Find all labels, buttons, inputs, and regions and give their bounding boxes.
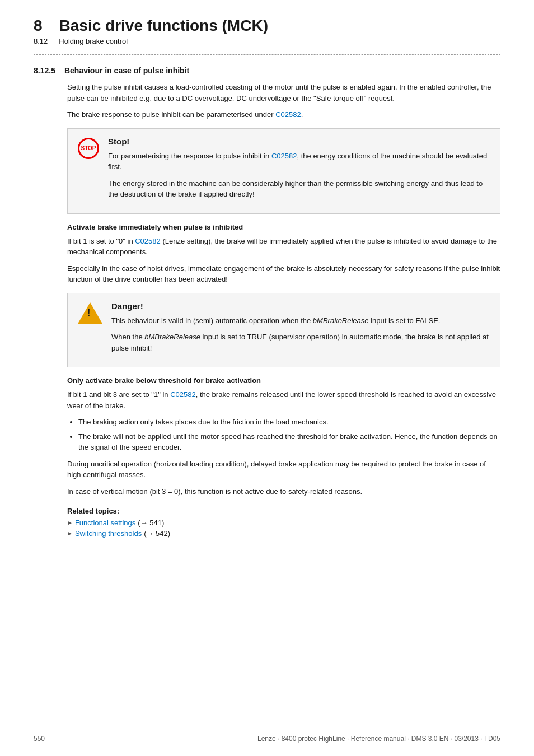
danger-box: Danger! This behaviour is valid in (semi… (67, 293, 500, 368)
danger-content: Danger! This behaviour is valid in (semi… (111, 301, 490, 360)
danger-para1: This behaviour is valid in (semi) automa… (111, 315, 490, 326)
sub-title: Holding brake control (59, 37, 128, 45)
danger-para2: When the bMBrakeRelease input is set to … (111, 332, 490, 353)
activate-para1: If bit 1 is set to "0" in C02582 (Lenze … (67, 236, 500, 258)
activate-heading: Activate brake immediately when pulse is… (67, 223, 500, 231)
threshold-c02582-link[interactable]: C02582 (170, 390, 196, 399)
threshold-para3: In case of vertical motion (bit 3 = 0), … (67, 486, 500, 497)
stop-title: Stop! (108, 137, 490, 146)
footer-page-number: 550 (34, 735, 45, 743)
page-header: 8 Basic drive functions (MCK) (34, 17, 500, 35)
section-divider (34, 54, 500, 55)
threshold-para1: If bit 1 and bit 3 are set to "1" in C02… (67, 389, 500, 411)
stop-content: Stop! For parameterising the response to… (108, 137, 490, 206)
activate-para2: Especially in the case of hoist drives, … (67, 263, 500, 285)
danger-icon (78, 302, 102, 325)
stop-para1: For parameterising the response to pulse… (108, 151, 490, 172)
chapter-number: 8 (34, 17, 43, 35)
sub-header: 8.12 Holding brake control (34, 37, 500, 45)
section-title: Behaviour in case of pulse inhibit (64, 66, 189, 75)
danger-italic-2: bMBrakeRelease (144, 333, 200, 341)
section-number: 8.12.5 (34, 66, 55, 75)
list-item: The braking action only takes places due… (78, 417, 500, 428)
stop-para2: The energy stored in the machine can be … (108, 178, 490, 200)
footer-doc-info: Lenze · 8400 protec HighLine · Reference… (257, 735, 500, 743)
intro-paragraph-2: The brake response to pulse inhibit can … (67, 109, 500, 120)
related-ref-1: (→ 541) (138, 519, 164, 527)
related-arrow-1: ► (67, 520, 73, 526)
related-link-functional-settings[interactable]: Functional settings (75, 519, 135, 527)
threshold-underline: and (89, 390, 101, 399)
section-heading: 8.12.5 Behaviour in case of pulse inhibi… (34, 66, 500, 75)
related-topics: Related topics: ► Functional settings (→… (67, 507, 500, 538)
activate-c02582-link[interactable]: C02582 (135, 237, 161, 245)
related-link-switching-thresholds[interactable]: Switching thresholds (75, 529, 142, 538)
danger-title: Danger! (111, 301, 490, 311)
related-item-2: ► Switching thresholds (→ 542) (67, 529, 500, 538)
related-arrow-2: ► (67, 530, 73, 536)
stop-c02582-link[interactable]: C02582 (271, 152, 297, 160)
intro-c02582-link[interactable]: C02582 (275, 110, 301, 119)
chapter-title: Basic drive functions (MCK) (59, 17, 268, 35)
related-ref-2: (→ 542) (144, 529, 170, 538)
danger-italic-1: bMBrakeRelease (313, 316, 369, 325)
threshold-heading: Only activate brake below threshold for … (67, 376, 500, 385)
stop-box: STOP Stop! For parameterising the respon… (67, 128, 500, 214)
related-item-1: ► Functional settings (→ 541) (67, 519, 500, 527)
danger-triangle (78, 302, 102, 324)
threshold-para2: During uncritical operation (horizontal … (67, 459, 500, 480)
stop-circle: STOP (78, 138, 99, 159)
stop-icon: STOP (78, 138, 99, 159)
related-topics-title: Related topics: (67, 507, 500, 515)
intro-para2-text: The brake response to pulse inhibit can … (67, 110, 275, 119)
list-item: The brake will not be applied until the … (78, 431, 500, 453)
intro-paragraph-1: Setting the pulse inhibit causes a load-… (67, 82, 500, 104)
threshold-bullet-list: The braking action only takes places due… (78, 417, 500, 453)
main-content: Setting the pulse inhibit causes a load-… (67, 82, 500, 538)
page-footer: 550 Lenze · 8400 protec HighLine · Refer… (34, 735, 500, 743)
sub-number: 8.12 (34, 37, 48, 45)
